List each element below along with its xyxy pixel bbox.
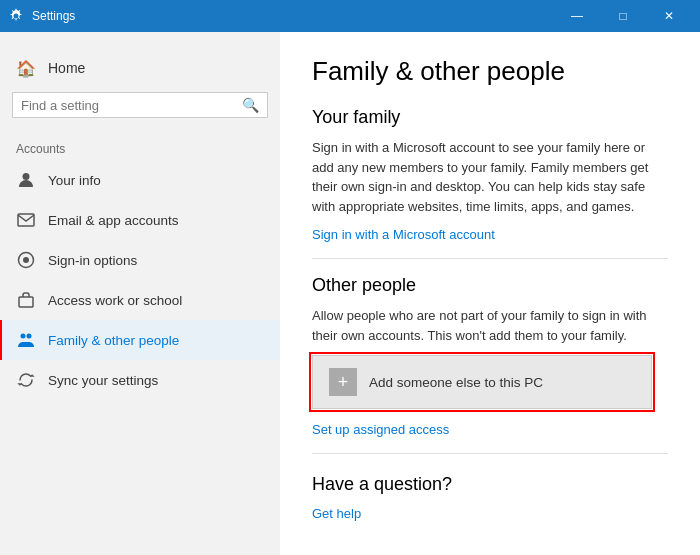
sidebar-item-signin-options[interactable]: Sign-in options xyxy=(0,240,280,280)
sidebar-item-family-other[interactable]: Family & other people xyxy=(0,320,280,360)
your-family-title: Your family xyxy=(312,107,668,128)
plus-circle-icon: + xyxy=(329,368,357,396)
assigned-access-link[interactable]: Set up assigned access xyxy=(312,422,449,437)
have-question-section: Have a question? Get help xyxy=(312,474,668,521)
other-people-title: Other people xyxy=(312,275,668,296)
add-someone-button[interactable]: + Add someone else to this PC xyxy=(312,355,652,409)
sidebar-item-access-work[interactable]: Access work or school xyxy=(0,280,280,320)
home-icon: 🏠 xyxy=(16,58,36,78)
maximize-button[interactable]: □ xyxy=(600,0,646,32)
sidebar-search-box[interactable]: 🔍 xyxy=(12,92,268,118)
svg-point-6 xyxy=(27,334,32,339)
sync-icon xyxy=(16,370,36,390)
sidebar-item-home[interactable]: 🏠 Home xyxy=(0,48,280,88)
signin-options-label: Sign-in options xyxy=(48,253,137,268)
your-family-description: Sign in with a Microsoft account to see … xyxy=(312,138,668,216)
sidebar: 🏠 Home 🔍 Accounts Your info xyxy=(0,32,280,555)
sidebar-item-your-info[interactable]: Your info xyxy=(0,160,280,200)
title-bar: Settings — □ ✕ xyxy=(0,0,700,32)
email-app-label: Email & app accounts xyxy=(48,213,179,228)
settings-gear-icon xyxy=(8,8,24,24)
get-help-link[interactable]: Get help xyxy=(312,506,361,521)
microsoft-account-link[interactable]: Sign in with a Microsoft account xyxy=(312,227,495,242)
svg-rect-4 xyxy=(19,297,33,307)
sidebar-item-sync-settings[interactable]: Sync your settings xyxy=(0,360,280,400)
other-people-description: Allow people who are not part of your fa… xyxy=(312,306,668,345)
sidebar-section-label: Accounts xyxy=(0,134,280,160)
svg-point-5 xyxy=(21,334,26,339)
minimize-button[interactable]: — xyxy=(554,0,600,32)
add-person-label: Add someone else to this PC xyxy=(369,375,543,390)
search-input[interactable] xyxy=(21,98,242,113)
section-divider-2 xyxy=(312,453,668,454)
search-icon: 🔍 xyxy=(242,97,259,113)
section-divider-1 xyxy=(312,258,668,259)
family-other-label: Family & other people xyxy=(48,333,179,348)
home-label: Home xyxy=(48,60,85,76)
work-icon xyxy=(16,290,36,310)
access-work-label: Access work or school xyxy=(48,293,182,308)
signin-icon xyxy=(16,250,36,270)
your-info-icon xyxy=(16,170,36,190)
sidebar-item-email-app[interactable]: Email & app accounts xyxy=(0,200,280,240)
sync-settings-label: Sync your settings xyxy=(48,373,158,388)
svg-point-0 xyxy=(23,173,30,180)
your-info-label: Your info xyxy=(48,173,101,188)
have-question-title: Have a question? xyxy=(312,474,668,495)
close-button[interactable]: ✕ xyxy=(646,0,692,32)
app-body: 🏠 Home 🔍 Accounts Your info xyxy=(0,32,700,555)
svg-point-3 xyxy=(23,257,29,263)
title-bar-left: Settings xyxy=(8,8,75,24)
email-icon xyxy=(16,210,36,230)
title-bar-title: Settings xyxy=(32,9,75,23)
svg-rect-1 xyxy=(18,214,34,226)
page-title: Family & other people xyxy=(312,56,668,87)
title-bar-controls: — □ ✕ xyxy=(554,0,692,32)
family-icon xyxy=(16,330,36,350)
content-area: Family & other people Your family Sign i… xyxy=(280,32,700,555)
